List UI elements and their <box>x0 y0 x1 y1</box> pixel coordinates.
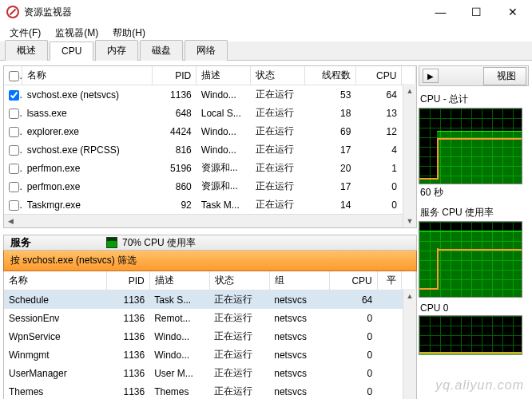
process-name: perfmon.exe <box>22 177 153 196</box>
table-row[interactable]: explorer.exe4424Windo...正在运行6912 <box>4 122 416 140</box>
chart-cpu-total <box>419 108 522 184</box>
process-threads: 17 <box>305 177 356 196</box>
service-name: Winmgmt <box>4 346 107 364</box>
service-avg <box>377 309 401 327</box>
charts-panel: ▶ 视图 CPU - 总计 60 秒 服务 CPU 使用率 <box>417 61 532 399</box>
process-pid: 5196 <box>152 159 197 177</box>
process-checkbox[interactable] <box>9 109 19 119</box>
process-desc: Task M... <box>197 196 251 214</box>
col-desc[interactable]: 描述 <box>197 66 251 85</box>
window-title: 资源监视器 <box>24 6 423 19</box>
service-group: netsvcs <box>269 382 329 399</box>
svc-col-name[interactable]: 名称 <box>4 271 107 290</box>
process-status: 正在运行 <box>251 104 305 122</box>
process-checkbox[interactable] <box>9 164 19 174</box>
service-cpu: 0 <box>329 382 377 399</box>
process-desc: Windo... <box>197 140 251 159</box>
service-group: netsvcs <box>269 364 329 382</box>
view-button[interactable]: 视图 <box>483 67 526 85</box>
maximize-button[interactable]: ☐ <box>459 1 494 23</box>
chart-service-cpu <box>419 221 522 298</box>
table-row[interactable]: Winmgmt1136Windo...正在运行netsvcs0 <box>4 346 416 364</box>
services-cpu-usage: 70% CPU 使用率 <box>122 236 196 250</box>
process-checkbox[interactable] <box>9 127 19 137</box>
services-scrollbar-v[interactable]: ▲ ▼ <box>403 289 416 399</box>
menu-file[interactable]: 文件(F) <box>5 25 46 41</box>
minimize-button[interactable]: — <box>423 1 459 23</box>
services-section-header[interactable]: 服务 70% CPU 使用率 <box>3 235 417 251</box>
process-pid: 1136 <box>152 85 197 105</box>
process-cpu: 12 <box>355 122 402 140</box>
process-status: 正在运行 <box>251 140 305 159</box>
svc-col-desc[interactable]: 描述 <box>149 271 209 290</box>
service-cpu: 0 <box>329 327 377 346</box>
service-group: netsvcs <box>269 327 329 346</box>
service-status: 正在运行 <box>209 290 269 310</box>
app-icon <box>6 6 19 18</box>
col-check[interactable] <box>4 66 22 85</box>
process-cpu: 13 <box>355 104 402 122</box>
col-cpu[interactable]: CPU <box>355 66 402 85</box>
close-button[interactable]: ✕ <box>494 1 530 23</box>
service-name: Themes <box>4 382 107 399</box>
svc-col-avg[interactable]: 平 <box>377 271 401 290</box>
process-scrollbar-v[interactable]: ▲ ▼ <box>403 84 416 227</box>
service-desc: User M... <box>149 364 209 382</box>
table-row[interactable]: Schedule1136Task S...正在运行netsvcs64 <box>4 290 416 310</box>
tab-memory[interactable]: 内存 <box>95 40 138 61</box>
charts-header: ▶ 视图 <box>419 65 529 86</box>
table-row[interactable]: svchost.exe (netsvcs)1136Windo...正在运行536… <box>4 85 416 105</box>
menu-help[interactable]: 帮助(H) <box>108 25 150 41</box>
process-cpu: 1 <box>355 159 402 177</box>
service-status: 正在运行 <box>209 346 269 364</box>
table-row[interactable]: lsass.exe648Local S...正在运行1813 <box>4 104 416 122</box>
service-name: UserManager <box>4 364 107 382</box>
table-row[interactable]: perfmon.exe860资源和...正在运行170 <box>4 177 416 196</box>
process-table: 名称 PID 描述 状态 线程数 CPU svchost.exe (netsvc… <box>3 65 417 228</box>
service-avg <box>377 327 401 346</box>
expand-button[interactable]: ▶ <box>423 69 439 83</box>
tab-cpu[interactable]: CPU <box>50 41 93 61</box>
process-threads: 69 <box>305 122 356 140</box>
process-cpu: 64 <box>355 85 402 105</box>
process-checkbox[interactable] <box>9 200 19 211</box>
svc-col-group[interactable]: 组 <box>269 271 329 290</box>
table-row[interactable]: SessionEnv1136Remot...正在运行netsvcs0 <box>4 309 416 327</box>
tab-disk[interactable]: 磁盘 <box>140 40 183 61</box>
table-row[interactable]: perfmon.exe5196资源和...正在运行201 <box>4 159 416 177</box>
svc-col-status[interactable]: 状态 <box>209 271 269 290</box>
col-threads[interactable]: 线程数 <box>305 66 356 85</box>
select-all-checkbox[interactable] <box>9 71 19 81</box>
service-cpu: 64 <box>329 290 377 310</box>
table-row[interactable]: Taskmgr.exe92Task M...正在运行140 <box>4 196 416 214</box>
service-pid: 1136 <box>107 327 150 346</box>
process-checkbox[interactable] <box>9 90 19 101</box>
service-status: 正在运行 <box>209 364 269 382</box>
process-scrollbar-h[interactable]: ◀▶ <box>4 214 416 227</box>
menu-monitor[interactable]: 监视器(M) <box>50 25 103 41</box>
svc-col-pid[interactable]: PID <box>107 271 150 290</box>
col-status[interactable]: 状态 <box>251 66 305 85</box>
process-checkbox[interactable] <box>9 182 19 192</box>
svc-col-cpu[interactable]: CPU <box>329 271 377 290</box>
services-header-row: 名称 PID 描述 状态 组 CPU 平 <box>4 271 416 290</box>
filter-bar[interactable]: 按 svchost.exe (netsvcs) 筛选 <box>3 251 417 271</box>
process-pid: 4424 <box>152 122 197 140</box>
process-cpu: 0 <box>355 177 402 196</box>
table-row[interactable]: svchost.exe (RPCSS)816Windo...正在运行174 <box>4 140 416 159</box>
table-row[interactable]: Themes1136Themes正在运行netsvcs0 <box>4 382 416 399</box>
process-pid: 92 <box>152 196 197 214</box>
col-name[interactable]: 名称 <box>22 66 153 85</box>
process-checkbox[interactable] <box>9 145 19 156</box>
process-threads: 17 <box>305 140 356 159</box>
process-name: lsass.exe <box>22 104 153 122</box>
service-pid: 1136 <box>107 290 150 310</box>
col-pid[interactable]: PID <box>152 66 197 85</box>
tab-overview[interactable]: 概述 <box>5 40 48 61</box>
service-pid: 1136 <box>107 364 150 382</box>
process-desc: 资源和... <box>197 177 251 196</box>
table-row[interactable]: UserManager1136User M...正在运行netsvcs0 <box>4 364 416 382</box>
tab-network[interactable]: 网络 <box>185 40 228 61</box>
table-row[interactable]: WpnService1136Windo...正在运行netsvcs0 <box>4 327 416 346</box>
process-threads: 20 <box>305 159 356 177</box>
